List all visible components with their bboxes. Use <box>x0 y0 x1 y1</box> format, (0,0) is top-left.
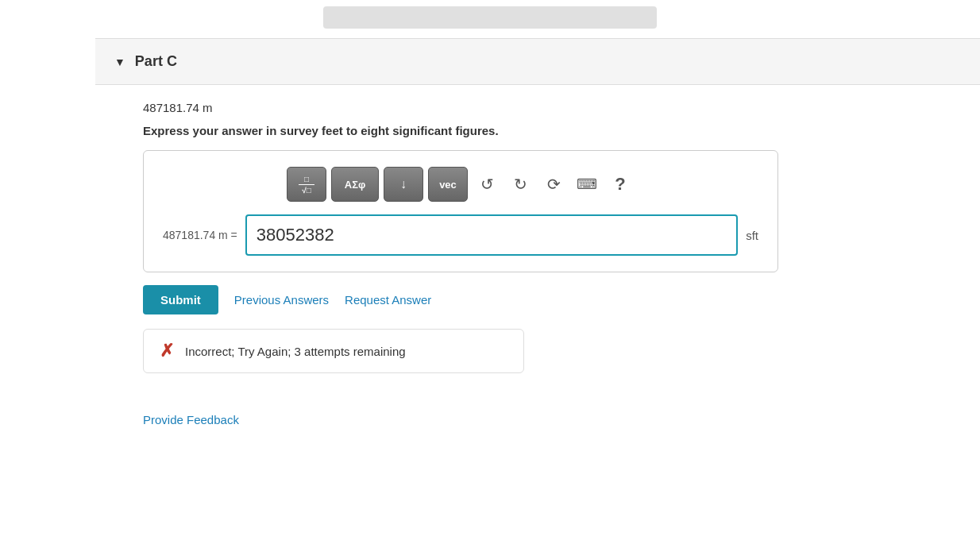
redo-icon: ↻ <box>514 175 527 194</box>
keyboard-button[interactable]: ⌨ <box>573 170 601 199</box>
top-stub-bar <box>323 6 657 29</box>
greek-symbols-icon: ΑΣφ <box>345 179 366 191</box>
vector-button[interactable]: vec <box>428 167 468 202</box>
error-box: ✗ Incorrect; Try Again; 3 attempts remai… <box>143 329 524 373</box>
action-row: Submit Previous Answers Request Answer <box>143 285 916 314</box>
content-area: 487181.74 m Express your answer in surve… <box>143 85 916 427</box>
help-button[interactable]: ? <box>606 170 635 199</box>
fraction-sqrt-icon: □ √□ <box>299 175 314 195</box>
request-answer-link[interactable]: Request Answer <box>345 293 431 307</box>
vector-icon: vec <box>439 179 457 191</box>
fraction-sqrt-button[interactable]: □ √□ <box>287 167 326 202</box>
answer-input[interactable] <box>245 214 738 256</box>
provide-feedback-link[interactable]: Provide Feedback <box>143 413 239 426</box>
collapse-arrow-icon[interactable]: ▼ <box>114 56 125 68</box>
error-x-icon: ✗ <box>160 341 174 361</box>
unit-label: sft <box>746 229 758 242</box>
greek-symbols-button[interactable]: ΑΣφ <box>331 167 379 202</box>
input-label: 487181.74 m = <box>163 229 237 241</box>
help-icon: ? <box>615 174 625 195</box>
reset-button[interactable]: ⟳ <box>539 170 568 199</box>
reset-icon: ⟳ <box>547 175 561 194</box>
undo-button[interactable]: ↺ <box>473 170 501 199</box>
sub-sup-icon: ↓ <box>400 177 407 191</box>
part-c-header[interactable]: ▼ Part C <box>95 38 980 85</box>
keyboard-icon: ⌨ <box>577 176 597 193</box>
math-toolbar: □ √□ ΑΣφ ↓ vec ↺ <box>163 167 758 202</box>
redo-button[interactable]: ↻ <box>506 170 534 199</box>
sub-sup-button[interactable]: ↓ <box>384 167 423 202</box>
measurement-value: 487181.74 m <box>143 101 916 114</box>
previous-answers-link[interactable]: Previous Answers <box>234 293 329 307</box>
submit-button[interactable]: Submit <box>143 285 218 314</box>
answer-box: □ √□ ΑΣφ ↓ vec ↺ <box>143 150 778 272</box>
top-stub-area <box>0 0 980 38</box>
part-c-title: Part C <box>135 53 177 70</box>
undo-icon: ↺ <box>480 175 494 194</box>
error-message: Incorrect; Try Again; 3 attempts remaini… <box>185 345 406 358</box>
input-row: 487181.74 m = sft <box>163 214 758 256</box>
instruction-text: Express your answer in survey feet to ei… <box>143 124 916 137</box>
